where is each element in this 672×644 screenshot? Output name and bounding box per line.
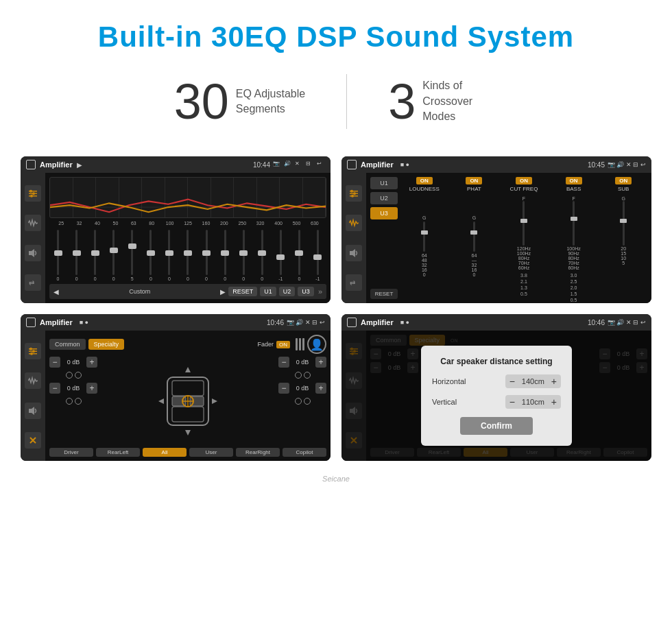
watermark: Seicane bbox=[0, 475, 672, 487]
screen3-vol-btn[interactable] bbox=[25, 403, 41, 419]
level-row-rr: − 0 dB + bbox=[278, 383, 326, 394]
zone-driver[interactable]: Driver bbox=[49, 448, 93, 457]
fader-sliders bbox=[296, 338, 304, 350]
screen2-wave-btn[interactable] bbox=[346, 215, 362, 231]
volume-icon-2 bbox=[349, 248, 359, 258]
status-bar-right-4: 10:46 📷 🔊 ✕ ⊟ ↩ bbox=[588, 319, 646, 326]
rl-minus[interactable]: − bbox=[49, 383, 60, 394]
dialog-horizontal-minus[interactable]: − bbox=[509, 376, 515, 387]
fl-minus[interactable]: − bbox=[49, 357, 60, 368]
specialty-mode-btn[interactable]: Specialty bbox=[88, 339, 125, 350]
arrows-btn[interactable]: ⇄ bbox=[25, 274, 41, 291]
zone-user[interactable]: User bbox=[189, 448, 233, 457]
eq-menu-btn[interactable] bbox=[25, 185, 41, 202]
eq-label: EQ AdjustableSegments bbox=[236, 86, 305, 117]
volume-icon-1: 🔊 bbox=[284, 160, 292, 169]
bass-on[interactable]: ON bbox=[566, 177, 582, 184]
zone-copilot[interactable]: Copilot bbox=[283, 448, 326, 457]
screen-eq: Amplifier ▶ 10:44 📷 🔊 ✕ ⊟ ↩ bbox=[21, 156, 331, 303]
fader-on-badge: ON bbox=[276, 341, 290, 348]
eq-reset-btn[interactable]: RESET bbox=[228, 287, 257, 296]
status-bar-3: Amplifier ■ ● 10:46 📷 🔊 ✕ ⊟ ↩ bbox=[21, 314, 331, 331]
wave-icon bbox=[28, 218, 38, 228]
sub-on[interactable]: ON bbox=[615, 177, 632, 184]
bluetooth-icon bbox=[28, 436, 38, 445]
status-bar-left-1: Amplifier ▶ bbox=[26, 160, 82, 169]
channel-cutfreq: ON CUT FREQ F 120Hz 100Hz 80Hz 70Hz 60Hz… bbox=[500, 177, 548, 299]
screen2-eq-btn[interactable] bbox=[346, 185, 362, 202]
zone-all[interactable]: All bbox=[143, 448, 187, 457]
speaker-dot-frl bbox=[295, 372, 302, 379]
fr-minus[interactable]: − bbox=[278, 357, 289, 368]
fr-plus[interactable]: + bbox=[315, 357, 326, 368]
rr-plus[interactable]: + bbox=[315, 383, 326, 394]
screen3-wave-btn[interactable] bbox=[25, 372, 41, 389]
wave-icon-2 bbox=[349, 218, 359, 228]
profile-icon[interactable]: 👤 bbox=[307, 335, 326, 354]
svg-rect-26 bbox=[172, 407, 204, 422]
dialog-horizontal-plus[interactable]: + bbox=[551, 376, 557, 387]
screen1-content: ⇄ bbox=[21, 173, 331, 303]
eq-stat: 30 EQ AdjustableSegments bbox=[133, 77, 347, 126]
screen1-play-icon: ▶ bbox=[77, 161, 82, 169]
camera-icon-1: 📷 bbox=[273, 160, 281, 169]
screen-icon-1: ⊟ bbox=[306, 160, 314, 169]
vol-btn[interactable] bbox=[25, 245, 41, 261]
dialog-confirm-row: Confirm bbox=[432, 417, 561, 435]
rr-minus[interactable]: − bbox=[278, 383, 289, 394]
fader-label: Fader bbox=[257, 341, 274, 348]
eq-more-icon[interactable]: » bbox=[318, 287, 322, 296]
rl-plus[interactable]: + bbox=[86, 383, 97, 394]
volume-icon-3 bbox=[28, 406, 38, 416]
loudness-on[interactable]: ON bbox=[416, 177, 433, 184]
eq-prev-arrow[interactable]: ◀ bbox=[53, 288, 59, 296]
level-row-fl: − 0 dB + bbox=[49, 357, 97, 368]
preset-u1[interactable]: U1 bbox=[370, 177, 398, 189]
home-icon-4[interactable] bbox=[347, 318, 357, 327]
rr-value: 0 dB bbox=[292, 385, 313, 392]
cutfreq-on[interactable]: ON bbox=[516, 177, 532, 184]
home-icon-2[interactable] bbox=[347, 160, 357, 169]
eq-graph bbox=[49, 177, 326, 218]
sliders-icon bbox=[28, 189, 38, 198]
phat-on[interactable]: ON bbox=[466, 177, 482, 184]
speaker-zones: Driver RearLeft All User RearRight Copil… bbox=[49, 448, 326, 457]
zone-rearright[interactable]: RearRight bbox=[236, 448, 280, 457]
phat-label: PHAT bbox=[467, 186, 481, 192]
screen2-vol-btn[interactable] bbox=[346, 245, 362, 261]
screen2-arrows-btn[interactable]: ⇄ bbox=[346, 274, 362, 291]
screen3-eq-btn[interactable] bbox=[25, 343, 41, 359]
wave-btn[interactable] bbox=[25, 215, 41, 231]
home-icon-1[interactable] bbox=[26, 160, 36, 169]
screen4-icons: ■ ● bbox=[400, 319, 409, 326]
common-mode-btn[interactable]: Common bbox=[49, 339, 86, 350]
preset-u2[interactable]: U2 bbox=[370, 192, 398, 204]
eq-u3-btn[interactable]: U3 bbox=[298, 287, 314, 296]
preset-reset[interactable]: RESET bbox=[370, 289, 398, 299]
eq-slider-13: -1 bbox=[272, 230, 289, 281]
screen4-title: Amplifier bbox=[361, 318, 394, 326]
channel-bass: ON BASS F 100Hz 90Hz 80Hz 70Hz 60Hz 3.0 bbox=[550, 177, 598, 299]
home-icon-3[interactable] bbox=[26, 318, 36, 327]
eq-u1-btn[interactable]: U1 bbox=[260, 287, 276, 296]
zone-rearleft[interactable]: RearLeft bbox=[96, 448, 140, 457]
dialog-vertical-minus[interactable]: − bbox=[509, 396, 515, 407]
eq-slider-14: 0 bbox=[291, 230, 308, 281]
svg-point-3 bbox=[29, 190, 32, 193]
bass-label: BASS bbox=[566, 186, 581, 192]
preset-u3[interactable]: U3 bbox=[370, 207, 398, 219]
eq-u2-btn[interactable]: U2 bbox=[279, 287, 296, 296]
dialog-vertical-plus[interactable]: + bbox=[551, 396, 557, 407]
eq-slider-12: 0 bbox=[254, 230, 271, 281]
screen3-bt-btn[interactable] bbox=[25, 432, 41, 449]
screen1-time: 10:44 bbox=[253, 161, 270, 169]
confirm-button[interactable]: Confirm bbox=[460, 417, 533, 435]
status-bar-left-3: Amplifier ■ ● bbox=[26, 318, 88, 327]
arrows-icon-2: ⇄ bbox=[349, 278, 359, 287]
svg-marker-33 bbox=[185, 430, 191, 436]
eq-next-arrow[interactable]: ▶ bbox=[220, 288, 226, 296]
wave-icon-3 bbox=[28, 376, 38, 385]
fl-plus[interactable]: + bbox=[86, 357, 97, 368]
level-row-fr: − 0 dB + bbox=[278, 357, 326, 368]
eq-slider-11: 0 bbox=[235, 230, 252, 281]
